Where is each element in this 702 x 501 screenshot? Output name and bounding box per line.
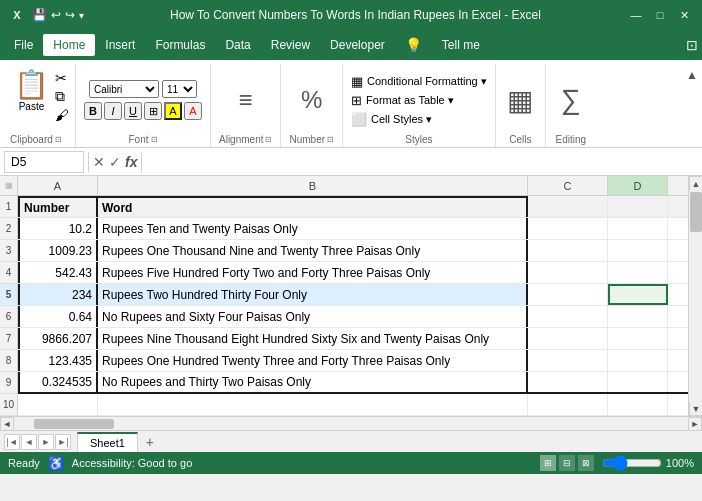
italic-button[interactable]: I [104, 102, 122, 120]
copy-button[interactable]: ⧉ [55, 88, 69, 105]
cell-b7[interactable]: Rupees Nine Thousand Eight Hundred Sixty… [98, 328, 528, 349]
conditional-formatting-button[interactable]: ▦ Conditional Formatting ▾ [351, 74, 487, 89]
cell-d6[interactable] [608, 306, 668, 327]
customize-icon[interactable]: ▾ [79, 10, 84, 21]
cell-c6[interactable] [528, 306, 608, 327]
cell-d9[interactable] [608, 372, 668, 392]
cell-a6[interactable]: 0.64 [18, 306, 98, 327]
scrollbar-down-btn[interactable]: ▼ [689, 402, 702, 416]
sheet-nav-first[interactable]: |◄ [4, 434, 20, 450]
h-scroll-left-btn[interactable]: ◄ [0, 417, 14, 431]
cell-a3[interactable]: 1009.23 [18, 240, 98, 261]
menu-developer[interactable]: Developer [320, 34, 395, 56]
cell-d7[interactable] [608, 328, 668, 349]
cell-c9[interactable] [528, 372, 608, 392]
cell-d2[interactable] [608, 218, 668, 239]
sheet-nav-next[interactable]: ► [38, 434, 54, 450]
save-icon[interactable]: 💾 [32, 8, 47, 22]
cell-b1[interactable]: Word [98, 196, 528, 217]
menu-review[interactable]: Review [261, 34, 320, 56]
cancel-formula-button[interactable]: ✕ [93, 154, 105, 170]
cell-d5[interactable]: ← [608, 284, 668, 305]
format-painter-button[interactable]: 🖌 [55, 107, 69, 123]
format-as-table-button[interactable]: ⊞ Format as Table ▾ [351, 93, 487, 108]
font-color-button[interactable]: A [184, 102, 202, 120]
menu-data[interactable]: Data [215, 34, 260, 56]
cell-c7[interactable] [528, 328, 608, 349]
cell-b8[interactable]: Rupees One Hundred Twenty Three and Fort… [98, 350, 528, 371]
page-layout-button[interactable]: ⊟ [559, 455, 575, 471]
cells-button[interactable]: ▦ [507, 84, 533, 117]
fill-color-button[interactable]: A [164, 102, 182, 120]
cell-d10[interactable] [608, 394, 668, 415]
ribbon-collapse-button[interactable]: ▲ [682, 64, 702, 147]
menu-file[interactable]: File [4, 34, 43, 56]
scrollbar-thumb[interactable] [690, 192, 702, 232]
fx-button[interactable]: fx [125, 154, 137, 170]
number-expand-icon[interactable]: ⊡ [327, 135, 334, 144]
col-header-d[interactable]: D [608, 176, 668, 195]
add-sheet-button[interactable]: + [140, 433, 160, 451]
cell-a4[interactable]: 542.43 [18, 262, 98, 283]
h-scroll-thumb[interactable] [34, 419, 114, 429]
font-expand-icon[interactable]: ⊡ [151, 135, 158, 144]
cell-d3[interactable] [608, 240, 668, 261]
font-family-select[interactable]: Calibri [89, 80, 159, 98]
formula-input[interactable] [146, 151, 698, 173]
border-button[interactable]: ⊞ [144, 102, 162, 120]
normal-view-button[interactable]: ⊞ [540, 455, 556, 471]
menu-insert[interactable]: Insert [95, 34, 145, 56]
cell-b3[interactable]: Rupees One Thousand Nine and Twenty Thre… [98, 240, 528, 261]
paste-button[interactable]: 📋 Paste [10, 66, 53, 114]
confirm-formula-button[interactable]: ✓ [109, 154, 121, 170]
cell-a2[interactable]: 10.2 [18, 218, 98, 239]
cell-b9[interactable]: No Rupees and Thirty Two Paisas Only [98, 372, 528, 392]
sheet-nav-last[interactable]: ►| [55, 434, 71, 450]
minimize-button[interactable]: — [626, 5, 646, 25]
cell-b6[interactable]: No Rupees and Sixty Four Paisas Only [98, 306, 528, 327]
underline-button[interactable]: U [124, 102, 142, 120]
editing-button[interactable]: ∑ [561, 84, 581, 116]
cell-d1[interactable] [608, 196, 668, 217]
redo-icon[interactable]: ↪ [65, 8, 75, 22]
maximize-button[interactable]: □ [650, 5, 670, 25]
menu-home[interactable]: Home [43, 34, 95, 56]
scrollbar-up-btn[interactable]: ▲ [689, 176, 702, 190]
cell-a1[interactable]: Number [18, 196, 98, 217]
bold-button[interactable]: B [84, 102, 102, 120]
zoom-slider[interactable] [602, 458, 662, 468]
h-scroll-right-btn[interactable]: ► [688, 417, 702, 431]
cell-c5[interactable] [528, 284, 608, 305]
page-break-button[interactable]: ⊠ [578, 455, 594, 471]
cell-c2[interactable] [528, 218, 608, 239]
name-box[interactable] [4, 151, 84, 173]
close-button[interactable]: ✕ [674, 5, 694, 25]
alignment-expand-icon[interactable]: ⊡ [265, 135, 272, 144]
cell-a10[interactable] [18, 394, 98, 415]
cell-b5[interactable]: Rupees Two Hundred Thirty Four Only [98, 284, 528, 305]
col-header-b[interactable]: B [98, 176, 528, 195]
undo-icon[interactable]: ↩ [51, 8, 61, 22]
menu-tell-me[interactable]: Tell me [432, 34, 490, 56]
cell-b10[interactable] [98, 394, 528, 415]
menu-lightbulb[interactable]: 💡 [395, 33, 432, 57]
cell-d4[interactable] [608, 262, 668, 283]
cell-a5[interactable]: 234 [18, 284, 98, 305]
corner-cell[interactable]: ▦ [0, 176, 18, 196]
cell-c3[interactable] [528, 240, 608, 261]
col-header-a[interactable]: A [18, 176, 98, 195]
cell-d8[interactable] [608, 350, 668, 371]
cell-a8[interactable]: 123.435 [18, 350, 98, 371]
cell-b2[interactable]: Rupees Ten and Twenty Paisas Only [98, 218, 528, 239]
cell-styles-button[interactable]: ⬜ Cell Styles ▾ [351, 112, 487, 127]
vertical-scrollbar[interactable]: ▲ ▼ [688, 176, 702, 416]
cell-c4[interactable] [528, 262, 608, 283]
font-size-select[interactable]: 11 [162, 80, 197, 98]
share-icon[interactable]: ⊡ [686, 37, 698, 53]
cell-a9[interactable]: 0.324535 [18, 372, 98, 392]
clipboard-expand-icon[interactable]: ⊡ [55, 135, 62, 144]
col-header-c[interactable]: C [528, 176, 608, 195]
menu-formulas[interactable]: Formulas [145, 34, 215, 56]
cut-button[interactable]: ✂ [55, 70, 69, 86]
cell-c8[interactable] [528, 350, 608, 371]
